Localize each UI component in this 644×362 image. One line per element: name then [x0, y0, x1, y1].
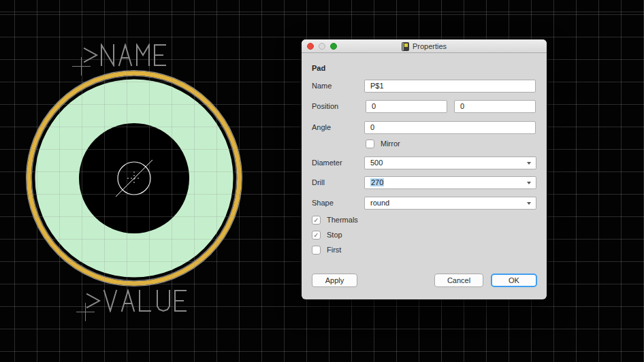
drill-combobox[interactable]: 270	[364, 176, 536, 189]
chevron-down-icon	[527, 182, 531, 184]
dialog-titlebar[interactable]: Properties	[302, 39, 547, 53]
position-y-input[interactable]: 0	[454, 100, 536, 113]
diameter-value: 500	[370, 159, 383, 167]
zoom-button[interactable]	[330, 43, 337, 50]
mirror-checkbox[interactable]	[366, 139, 374, 148]
shape-combobox[interactable]: round	[364, 197, 536, 210]
first-checkbox[interactable]	[312, 246, 321, 254]
value-placeholder-text	[85, 289, 194, 315]
shape-label: Shape	[312, 197, 334, 210]
cancel-button[interactable]: Cancel	[434, 274, 483, 287]
properties-icon	[402, 42, 409, 51]
stop-label: Stop	[327, 231, 342, 240]
mirror-label: Mirror	[381, 139, 400, 148]
thermals-checkbox[interactable]	[312, 216, 321, 225]
name-label: Name	[312, 80, 332, 93]
close-button[interactable]	[307, 43, 314, 50]
angle-label: Angle	[312, 121, 331, 134]
minimize-button[interactable]	[319, 43, 325, 50]
drill-label: Drill	[312, 176, 325, 189]
chevron-down-icon	[527, 162, 531, 165]
diameter-label: Diameter	[312, 157, 342, 169]
chevron-down-icon	[527, 202, 531, 205]
apply-button[interactable]: Apply	[312, 274, 357, 287]
ok-button[interactable]: OK	[491, 274, 537, 287]
first-label: First	[327, 246, 341, 254]
angle-input[interactable]: 0	[364, 121, 536, 134]
diameter-combobox[interactable]: 500	[364, 157, 536, 169]
drill-value-selected: 270	[370, 178, 384, 186]
thermals-label: Thermals	[327, 216, 358, 225]
dialog-title: Properties	[413, 42, 447, 50]
name-placeholder-text	[82, 44, 174, 69]
pad-drawing[interactable]	[25, 69, 243, 287]
name-input[interactable]: P$1	[364, 80, 536, 93]
position-label: Position	[312, 100, 338, 113]
stop-checkbox[interactable]	[312, 231, 321, 240]
section-label-pad: Pad	[312, 64, 325, 72]
properties-dialog: Properties Pad Name P$1 Position 0 0 Ang…	[302, 39, 547, 299]
position-x-input[interactable]: 0	[366, 100, 447, 113]
shape-value: round	[370, 199, 389, 207]
